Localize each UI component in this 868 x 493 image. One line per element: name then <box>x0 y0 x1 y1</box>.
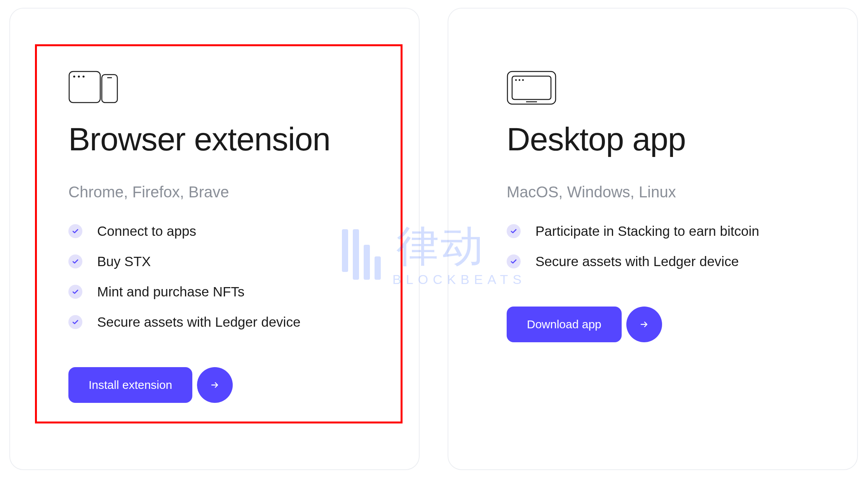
svg-point-1 <box>73 75 75 77</box>
card-title: Desktop app <box>507 122 799 156</box>
card-desktop-app: Desktop app MacOS, Windows, Linux Partic… <box>448 8 858 470</box>
svg-rect-4 <box>102 75 117 103</box>
download-app-arrow-button[interactable] <box>626 307 662 342</box>
list-item: Connect to apps <box>68 223 361 239</box>
list-item: Participate in Stacking to earn bitcoin <box>507 223 799 239</box>
svg-point-3 <box>82 75 84 77</box>
feature-text: Secure assets with Ledger device <box>535 254 739 269</box>
download-options: Browser extension Chrome, Firefox, Brave… <box>0 0 868 478</box>
list-item: Mint and purchase NFTs <box>68 284 361 300</box>
install-extension-button[interactable]: Install extension <box>68 367 192 403</box>
card-browser-extension: Browser extension Chrome, Firefox, Brave… <box>9 8 420 470</box>
feature-text: Mint and purchase NFTs <box>97 284 244 300</box>
list-item: Buy STX <box>68 254 361 269</box>
arrow-right-icon <box>639 319 649 329</box>
check-icon <box>68 285 82 299</box>
feature-text: Buy STX <box>97 254 151 269</box>
list-item: Secure assets with Ledger device <box>68 314 361 330</box>
feature-text: Participate in Stacking to earn bitcoin <box>535 223 759 239</box>
arrow-right-icon <box>210 380 220 390</box>
card-subtitle: MacOS, Windows, Linux <box>507 183 799 201</box>
card-subtitle: Chrome, Firefox, Brave <box>68 183 361 201</box>
desktop-app-icon <box>507 71 556 105</box>
svg-point-8 <box>515 79 517 81</box>
cta-row: Download app <box>507 307 799 342</box>
feature-text: Secure assets with Ledger device <box>97 314 300 330</box>
check-icon <box>68 254 82 268</box>
list-item: Secure assets with Ledger device <box>507 254 799 269</box>
svg-point-2 <box>78 75 80 77</box>
download-app-button[interactable]: Download app <box>507 307 622 342</box>
browser-extension-icon <box>68 71 118 105</box>
check-icon <box>507 224 521 238</box>
svg-point-10 <box>522 79 524 81</box>
feature-list: Connect to apps Buy STX Mint and purchas… <box>68 223 361 330</box>
feature-list: Participate in Stacking to earn bitcoin … <box>507 223 799 269</box>
feature-text: Connect to apps <box>97 223 196 239</box>
check-icon <box>507 254 521 268</box>
svg-rect-7 <box>512 76 551 99</box>
check-icon <box>68 224 82 238</box>
install-extension-arrow-button[interactable] <box>197 367 233 403</box>
check-icon <box>68 315 82 329</box>
card-title: Browser extension <box>68 122 361 156</box>
cta-row: Install extension <box>68 367 361 403</box>
svg-point-9 <box>519 79 520 81</box>
